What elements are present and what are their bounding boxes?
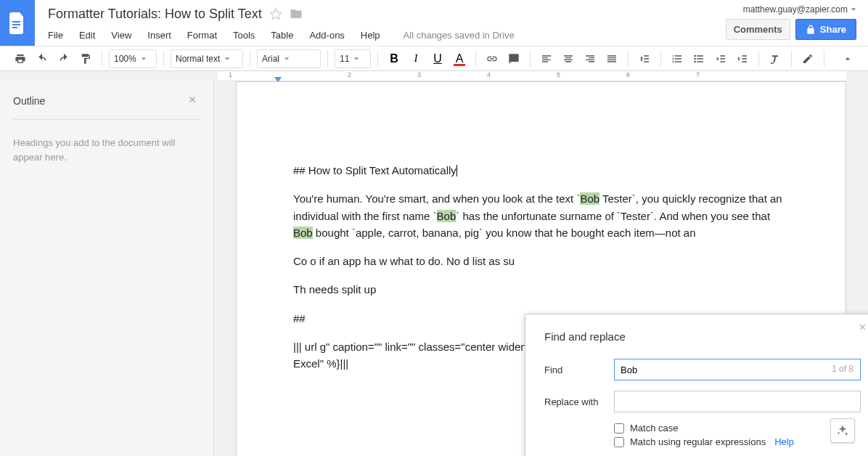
document-area: ## How to Split Text Automatically You'r…: [214, 81, 868, 456]
document-paragraph: Co o if an app ha: [293, 253, 789, 269]
paint-format-icon[interactable]: [76, 49, 95, 68]
font-select[interactable]: Arial: [257, 49, 321, 68]
outline-title: Outline: [13, 95, 45, 107]
zoom-select[interactable]: 100%: [109, 49, 157, 68]
svg-rect-0: [12, 21, 20, 23]
numbered-list-icon[interactable]: [668, 49, 687, 68]
insert-comment-icon[interactable]: [504, 49, 523, 68]
menu-help[interactable]: Help: [361, 30, 380, 41]
chevron-up-icon[interactable]: [838, 49, 857, 68]
help-link[interactable]: Help: [774, 436, 794, 447]
align-center-icon[interactable]: [559, 49, 578, 68]
font-size-select[interactable]: 11: [335, 49, 371, 68]
replace-input[interactable]: [614, 391, 861, 412]
explore-icon: [836, 424, 849, 437]
ruler-number: 2: [348, 71, 351, 78]
svg-point-4: [694, 57, 696, 60]
find-input[interactable]: [614, 359, 861, 380]
text-color-button[interactable]: A: [450, 49, 469, 68]
document-title[interactable]: Formatter Tutorials: How to Split Text: [48, 7, 262, 22]
app-header: Formatter Tutorials: How to Split Text F…: [0, 0, 868, 46]
svg-point-5: [694, 60, 696, 62]
user-email[interactable]: matthew.guay@zapier.com: [726, 4, 856, 15]
svg-rect-2: [12, 27, 17, 28]
outline-hint: Headings you add to the document will ap…: [13, 136, 200, 164]
ruler-number: 4: [487, 71, 491, 78]
align-left-icon[interactable]: [537, 49, 556, 68]
comments-button[interactable]: Comments: [726, 19, 790, 40]
menu-table[interactable]: Table: [271, 30, 293, 41]
explore-button[interactable]: [830, 418, 855, 443]
undo-icon[interactable]: [33, 49, 52, 68]
clear-formatting-icon[interactable]: [766, 49, 785, 68]
menu-view[interactable]: View: [111, 30, 131, 41]
lock-icon: [806, 25, 816, 35]
find-replace-dialog: Find and replace Find 1 of 8 Replace wit…: [525, 314, 868, 456]
increase-indent-icon[interactable]: [733, 49, 752, 68]
print-icon[interactable]: [11, 49, 30, 68]
svg-rect-1: [12, 24, 20, 25]
find-label: Find: [544, 365, 614, 375]
docs-logo[interactable]: [0, 0, 35, 46]
close-icon[interactable]: [858, 322, 868, 335]
match-case-checkbox[interactable]: Match case: [614, 423, 861, 433]
dialog-title: Find and replace: [544, 330, 861, 343]
replace-label: Replace with: [544, 396, 614, 407]
highlighted-match: Bob: [580, 192, 599, 205]
svg-point-3: [694, 54, 696, 57]
align-right-icon[interactable]: [581, 49, 599, 68]
save-status: All changes saved in Drive: [404, 30, 515, 41]
menu-edit[interactable]: Edit: [79, 30, 95, 41]
line-spacing-icon[interactable]: [635, 49, 654, 68]
ruler-number: 3: [417, 71, 421, 78]
close-icon[interactable]: [187, 94, 200, 107]
star-icon[interactable]: [269, 7, 282, 20]
chevron-down-icon: [851, 7, 856, 12]
highlighted-match: Bob: [293, 227, 313, 239]
folder-icon[interactable]: [290, 7, 303, 20]
ruler-number: 5: [557, 71, 560, 78]
document-paragraph: You're human. You're smart, and when you…: [293, 190, 789, 241]
style-select[interactable]: Normal text: [171, 49, 243, 68]
menu-format[interactable]: Format: [187, 30, 217, 41]
document-paragraph: Th needs split up: [293, 281, 789, 298]
toolbar: 100% Normal text Arial 11 B I U A: [0, 46, 868, 71]
bold-button[interactable]: B: [385, 49, 404, 68]
align-justify-icon[interactable]: [602, 49, 621, 68]
underline-button[interactable]: U: [428, 49, 447, 68]
ruler-number: 7: [696, 71, 700, 78]
italic-button[interactable]: I: [406, 49, 425, 68]
match-regex-checkbox[interactable]: Match using regular expressionsHelp: [614, 436, 861, 447]
highlighted-match: Bob: [437, 210, 456, 222]
menu-addons[interactable]: Add-ons: [309, 30, 344, 41]
ruler-number: 1: [229, 71, 232, 78]
menu-file[interactable]: File: [48, 30, 63, 41]
outline-panel: Outline Headings you add to the document…: [0, 81, 214, 456]
decrease-indent-icon[interactable]: [711, 49, 730, 68]
menu-tools[interactable]: Tools: [233, 30, 255, 41]
menu-bar: File Edit View Insert Format Tools Table…: [48, 25, 726, 45]
share-button[interactable]: Share: [795, 19, 856, 40]
find-count: 1 of 8: [832, 364, 853, 374]
ruler-number: 6: [626, 71, 630, 78]
document-heading: ## How to Split Text Automatically: [293, 162, 789, 179]
menu-insert[interactable]: Insert: [147, 30, 171, 41]
bulleted-list-icon[interactable]: [689, 49, 708, 68]
insert-link-icon[interactable]: [483, 49, 501, 68]
redo-icon[interactable]: [54, 49, 73, 68]
ruler: 1 2 3 4 5 6 7: [218, 71, 846, 81]
editing-mode-icon[interactable]: [798, 49, 817, 68]
